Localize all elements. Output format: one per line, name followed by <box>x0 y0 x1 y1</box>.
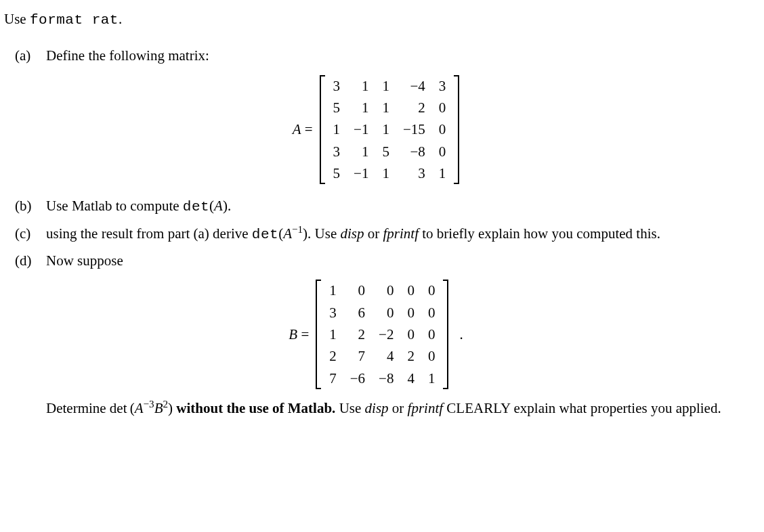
table-row: 5−1131 <box>326 162 453 184</box>
disp-func: disp <box>340 225 364 242</box>
part-d-text: Now suppose <box>46 251 752 270</box>
part-d2-body: Determine det (A−3B2) without the use of… <box>46 399 752 418</box>
matrix-a-eq: = <box>301 121 313 137</box>
bracket-left-icon <box>320 75 325 185</box>
d2-t1: Determine det ( <box>46 400 135 416</box>
part-d-label: (d) <box>15 251 46 270</box>
part-c-t4: or <box>364 225 383 242</box>
part-c-label: (c) <box>15 224 46 244</box>
matrix-a-lhs: A = <box>293 120 313 139</box>
part-b-body: Use Matlab to compute det(A). <box>46 196 752 217</box>
d2-supA: −3 <box>144 399 154 409</box>
part-b-t1: Use Matlab to compute <box>46 198 183 214</box>
table-row: 1−11−150 <box>326 118 453 140</box>
bracket-right-icon <box>454 75 459 185</box>
d2-t3: Use <box>335 400 364 416</box>
d2-varA: A <box>135 400 144 416</box>
part-b-label: (b) <box>15 196 46 217</box>
matrix-b-var: B <box>289 326 297 342</box>
matrix-a-table: 311−43 51120 1−11−150 315−80 5−1131 <box>326 75 453 185</box>
table-row: 7−6−841 <box>322 368 442 389</box>
matrix-b-period: . <box>459 325 463 344</box>
part-d2-label <box>15 399 46 418</box>
table-row: 10000 <box>322 280 442 301</box>
det-code: det <box>183 199 209 215</box>
matrix-b-lhs: B = <box>289 325 309 344</box>
part-a-text: Define the following matrix: <box>46 46 752 65</box>
d2-varB: B <box>154 400 163 416</box>
part-d-continued: Determine det (A−3B2) without the use of… <box>15 399 752 418</box>
d2-t2: ) <box>168 400 176 416</box>
part-a-label: (a) <box>15 46 46 65</box>
matrix-b-eq: = <box>297 326 309 342</box>
matrix-b: 10000 36000 12−200 27420 7−6−841 <box>316 280 448 389</box>
table-row: 315−80 <box>326 141 453 162</box>
part-c-t3: ). Use <box>303 225 340 242</box>
part-a: (a) Define the following matrix: <box>15 46 752 65</box>
intro-cmd: format rat <box>30 12 119 28</box>
d2-t4: or <box>389 400 408 416</box>
bracket-right-icon <box>443 280 448 389</box>
problem-page: Use format rat. (a) Define the following… <box>0 0 764 452</box>
intro-line: Use format rat. <box>4 9 752 30</box>
d2-supB: 2 <box>163 399 168 409</box>
matrix-b-block: B = 10000 36000 12−200 27420 7−6−841 . <box>0 280 752 389</box>
part-c-t1: using the result from part (a) derive <box>46 225 252 242</box>
table-row: 36000 <box>322 302 442 324</box>
table-row: 12−200 <box>322 324 442 345</box>
d2-t5: CLEARLY explain what properties you appl… <box>443 400 721 416</box>
table-row: 311−43 <box>326 75 453 97</box>
det-code-2: det <box>252 227 278 242</box>
d2-bold: without the use of Matlab. <box>176 400 335 416</box>
table-row: 27420 <box>322 345 442 367</box>
matrix-b-table: 10000 36000 12−200 27420 7−6−841 <box>322 280 442 389</box>
disp-func-2: disp <box>365 400 389 416</box>
intro-pre: Use <box>4 11 30 27</box>
part-b-t3: ). <box>223 198 231 214</box>
part-d: (d) Now suppose <box>15 251 752 270</box>
part-b: (b) Use Matlab to compute det(A). <box>15 196 752 217</box>
part-c-sup: −1 <box>292 224 303 235</box>
table-row: 51120 <box>326 97 453 118</box>
part-c-t5: to briefly explain how you computed this… <box>419 225 660 242</box>
bracket-left-icon <box>316 280 321 389</box>
matrix-a: 311−43 51120 1−11−150 315−80 5−1131 <box>320 75 460 185</box>
part-c-body: using the result from part (a) derive de… <box>46 224 752 244</box>
part-c-var: A <box>283 225 292 242</box>
matrix-a-var: A <box>293 121 301 137</box>
intro-post: . <box>119 11 122 27</box>
part-b-var: A <box>214 198 223 214</box>
fprintf-func: fprintf <box>383 225 419 242</box>
fprintf-func-2: fprintf <box>408 400 444 416</box>
matrix-a-block: A = 311−43 51120 1−11−150 315−80 5−1131 <box>0 75 752 185</box>
part-c: (c) using the result from part (a) deriv… <box>15 224 752 244</box>
